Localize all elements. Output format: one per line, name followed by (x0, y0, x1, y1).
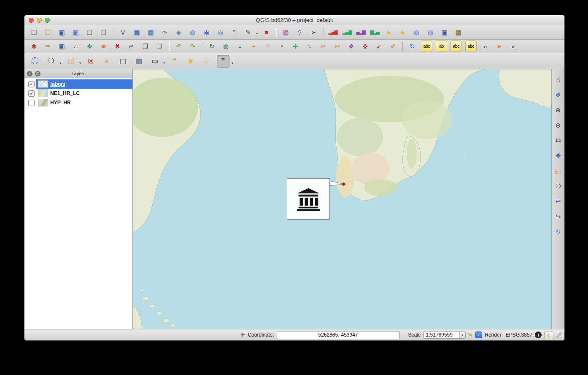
new-project-icon[interactable]: ❏ (29, 27, 39, 38)
open-project-icon[interactable]: ❐ (43, 27, 53, 38)
zoom-last-icon[interactable]: ↩ (553, 196, 564, 207)
new-bookmark-icon[interactable]: ★ (185, 55, 197, 67)
merge-feature-attributes-icon[interactable]: ✜ (360, 41, 370, 52)
show-spatial-bookmarks-icon[interactable]: ★ (397, 27, 408, 38)
map-canvas[interactable] (133, 69, 551, 329)
add-wfs-layer-icon[interactable]: ◎ (215, 27, 226, 38)
scale-combobox[interactable]: 1:51769559 ▾ (423, 331, 466, 339)
map-refresh-icon[interactable]: ↻ (407, 41, 418, 52)
style-manager-icon[interactable]: ▩ (281, 27, 291, 38)
layer-entry[interactable]: NE1_HR_LC (36, 89, 132, 98)
layer-row[interactable]: NE1_HR_LC (24, 89, 132, 98)
coordinate-input[interactable] (277, 331, 400, 339)
toolbar-overflow-icon[interactable]: » (480, 41, 491, 52)
osm-upload-icon[interactable]: ◍ (425, 27, 436, 38)
new-spatial-bookmark-icon[interactable]: ★ (383, 27, 394, 38)
add-postgis-layer-icon[interactable]: ▤ (146, 27, 156, 38)
histogram-stretch-icon[interactable]: ▂▅▇ (328, 27, 338, 38)
add-ring-icon[interactable]: ◍ (221, 41, 231, 52)
select-feature-tools-icon[interactable]: ❍ (45, 55, 57, 67)
local-cumulative-stretch-icon[interactable]: ▇▂▅ (370, 27, 380, 38)
split-features-icon[interactable]: ✂ (318, 41, 329, 52)
touch-zoom-icon[interactable]: ❄ (553, 90, 564, 100)
new-shapefile-layer-icon[interactable]: ✎ (243, 27, 254, 38)
zoom-native-icon[interactable]: 1:1 (553, 135, 564, 146)
combo-dropdown-icon[interactable]: ▾ (459, 332, 465, 338)
map-tips-icon[interactable]: ❝ (169, 55, 181, 67)
text-annotation-icon[interactable]: ❞ (217, 55, 229, 68)
zoom-out-icon[interactable]: ⊖ (553, 120, 564, 130)
select-rectangle-icon[interactable]: ⊡ (65, 55, 77, 67)
layer-visibility-checkbox[interactable] (28, 81, 35, 87)
zoom-button[interactable] (45, 18, 50, 23)
save-edits-icon[interactable]: ▣ (57, 41, 67, 52)
field-calculator-icon[interactable]: ▦ (133, 55, 145, 67)
simplify-feature-icon[interactable]: ≋ (98, 41, 109, 52)
local-histogram-stretch-icon[interactable]: ▅▂▇ (356, 27, 366, 38)
remove-layer-icon[interactable]: ■ (261, 27, 272, 38)
node-tool-icon[interactable]: ∴ (70, 41, 81, 52)
full-histogram-stretch-icon[interactable]: ▂▅▇ (342, 27, 352, 38)
zoom-full-icon[interactable]: ✥ (553, 150, 564, 161)
fill-ring-icon[interactable]: ◓ (248, 41, 259, 52)
reshape-features-icon[interactable]: ✣ (290, 41, 301, 52)
layer-entry[interactable]: fabgis (36, 79, 132, 89)
delete-selected-icon[interactable]: ✖ (112, 41, 123, 52)
add-feature-icon[interactable]: ✱ (29, 41, 39, 52)
save-project-icon[interactable]: ▣ (57, 27, 67, 38)
panel-close-icon[interactable]: ✕ (27, 71, 32, 76)
help-contents-icon[interactable]: ? (294, 27, 305, 38)
zoom-next-icon[interactable]: ↪ (553, 211, 564, 222)
open-attribute-table-icon[interactable]: ▤ (117, 55, 129, 67)
pin-labels-icon[interactable]: ab (436, 41, 447, 52)
zoom-in-icon[interactable]: ⊕ (553, 105, 564, 115)
panel-float-icon[interactable]: ❐ (35, 71, 40, 76)
add-raster-layer-icon[interactable]: ▦ (132, 27, 142, 38)
toolbar-overflow-2-icon[interactable]: » (508, 41, 518, 52)
layer-row[interactable]: fabgis (24, 79, 132, 89)
show-bookmarks-icon[interactable]: ☆ (201, 55, 213, 67)
delete-ring-icon[interactable]: ◌ (262, 41, 273, 52)
delete-part-icon[interactable]: ◔ (276, 41, 287, 52)
layer-row[interactable]: HYP_HR (24, 98, 132, 107)
resize-grip[interactable] (556, 332, 562, 338)
copy-features-icon[interactable]: ❐ (140, 41, 151, 52)
split-parts-icon[interactable]: ✄ (332, 41, 343, 52)
magnifier-pencil-icon[interactable]: ✎ (468, 332, 473, 338)
cut-features-icon[interactable]: ✂ (126, 41, 137, 52)
add-wms-layer-icon[interactable]: ◍ (187, 27, 198, 38)
render-checkbox[interactable]: ✓ (475, 332, 482, 338)
offset-point-symbols-icon[interactable]: ✐ (388, 41, 398, 52)
add-vector-layer-icon[interactable]: V (118, 27, 128, 38)
osm-feature-manager-icon[interactable]: ▣ (439, 27, 450, 38)
log-messages-icon[interactable]: ⚠ (544, 331, 553, 339)
db-manager-icon[interactable]: ▤ (453, 27, 464, 38)
crs-status-icon[interactable]: ✛ (535, 332, 542, 338)
toggle-editing-icon[interactable]: ✏ (43, 41, 53, 52)
zoom-to-selection-icon[interactable]: ❍ (553, 181, 564, 191)
pan-map-icon[interactable]: ☝ (553, 74, 564, 85)
layer-entry[interactable]: HYP_HR (36, 98, 132, 107)
save-as-image-icon[interactable]: ❑ (84, 27, 95, 38)
add-spatialite-layer-icon[interactable]: ✑ (159, 27, 170, 38)
layer-labeling-icon[interactable]: abc (421, 41, 432, 52)
layer-visibility-checkbox[interactable] (28, 100, 35, 106)
layer-visibility-checkbox[interactable] (28, 90, 35, 97)
map-annotation[interactable] (287, 178, 330, 220)
add-mssql-layer-icon[interactable]: ◆ (173, 27, 184, 38)
paste-features-icon[interactable]: ❒ (154, 41, 165, 52)
add-part-icon[interactable]: ◒ (235, 41, 245, 52)
minimize-button[interactable] (37, 18, 42, 23)
measure-tools-icon[interactable]: ▭ (149, 55, 161, 67)
whats-this-icon[interactable]: ➣ (308, 27, 319, 38)
save-project-as-icon[interactable]: ▣ (70, 27, 81, 38)
identify-features-icon[interactable]: ⓘ (29, 55, 41, 67)
offset-curve-icon[interactable]: ≈ (304, 41, 315, 52)
new-print-composer-icon[interactable]: ❒ (98, 27, 109, 38)
plugin-arrow-icon[interactable]: ➤ (494, 41, 504, 52)
add-wcs-layer-icon[interactable]: ◉ (201, 27, 212, 38)
deselect-features-icon[interactable]: ⊠ (85, 55, 97, 67)
undo-icon[interactable]: ↶ (173, 41, 184, 52)
rotate-feature-icon[interactable]: ↻ (207, 41, 217, 52)
zoom-to-layer-icon[interactable]: ◱ (553, 166, 564, 176)
